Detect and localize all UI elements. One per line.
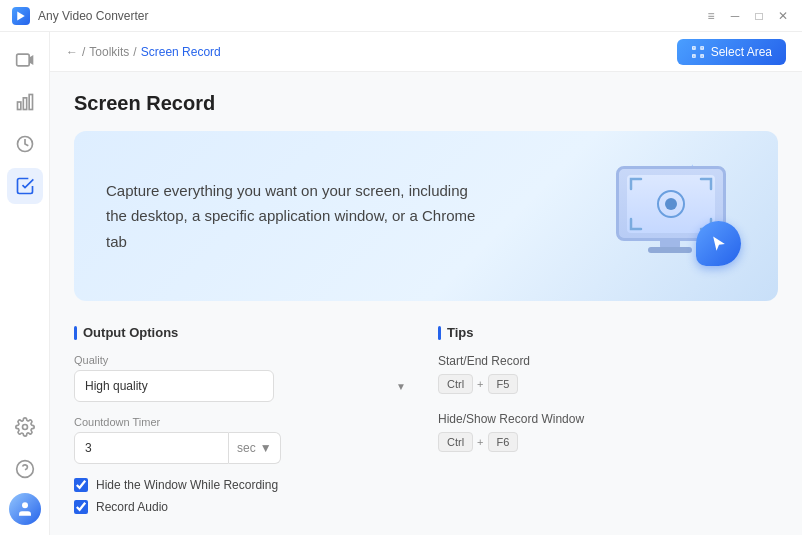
hero-banner: Capture everything you want on your scre… bbox=[74, 131, 778, 301]
breadcrumb-separator1: / bbox=[82, 45, 85, 59]
record-audio-label: Record Audio bbox=[96, 500, 168, 514]
monitor-screen bbox=[627, 175, 715, 233]
svg-rect-4 bbox=[23, 98, 26, 110]
timer-unit-label: sec bbox=[237, 441, 256, 455]
hero-illustration: ✦ ✦ bbox=[566, 161, 746, 271]
close-button[interactable]: ✕ bbox=[776, 9, 790, 23]
monitor-base bbox=[648, 247, 692, 253]
ctrl-key-1: Ctrl bbox=[438, 374, 473, 394]
title-bar: Any Video Converter ≡ ─ □ ✕ bbox=[0, 0, 802, 32]
hide-window-group: Hide the Window While Recording bbox=[74, 478, 414, 492]
quality-select-wrapper: High quality Medium quality Low quality … bbox=[74, 370, 414, 402]
breadcrumb: ← / Toolkits / Screen Record bbox=[66, 45, 221, 59]
back-button[interactable]: ← bbox=[66, 45, 78, 59]
title-bar-controls: ≡ ─ □ ✕ bbox=[704, 9, 790, 23]
svg-point-10 bbox=[22, 502, 28, 508]
output-options-title: Output Options bbox=[74, 325, 414, 340]
record-audio-group: Record Audio bbox=[74, 500, 414, 514]
svg-marker-11 bbox=[713, 236, 725, 250]
timer-wrapper: sec ▼ bbox=[74, 432, 414, 464]
page-title: Screen Record bbox=[74, 92, 778, 115]
avatar[interactable] bbox=[9, 493, 41, 525]
timer-group: Countdown Timer sec ▼ bbox=[74, 416, 414, 464]
shortcut-start-end-keys: Ctrl + F5 bbox=[438, 374, 778, 394]
shortcut-hide-show-keys: Ctrl + F6 bbox=[438, 432, 778, 452]
svg-point-7 bbox=[22, 425, 27, 430]
quality-group: Quality High quality Medium quality Low … bbox=[74, 354, 414, 402]
plus-sign-1: + bbox=[477, 378, 483, 390]
hide-window-checkbox[interactable] bbox=[74, 478, 88, 492]
app-title: Any Video Converter bbox=[38, 9, 149, 23]
breadcrumb-separator2: / bbox=[133, 45, 136, 59]
quality-label: Quality bbox=[74, 354, 414, 366]
tips-section: Tips Start/End Record Ctrl + F5 Hide/Sho… bbox=[438, 325, 778, 522]
shortcut-start-end-desc: Start/End Record bbox=[438, 354, 778, 368]
select-area-button[interactable]: Select Area bbox=[677, 39, 786, 65]
sidebar-item-toolkits[interactable] bbox=[7, 168, 43, 204]
top-nav: ← / Toolkits / Screen Record Select Area bbox=[50, 32, 802, 72]
plus-sign-2: + bbox=[477, 436, 483, 448]
sidebar-item-history[interactable] bbox=[7, 126, 43, 162]
options-grid: Output Options Quality High quality Medi… bbox=[74, 325, 778, 522]
breadcrumb-current: Screen Record bbox=[141, 45, 221, 59]
sidebar-item-video[interactable] bbox=[7, 42, 43, 78]
timer-unit-chevron: ▼ bbox=[260, 441, 272, 455]
title-bar-left: Any Video Converter bbox=[12, 7, 149, 25]
svg-rect-3 bbox=[17, 102, 20, 110]
timer-label: Countdown Timer bbox=[74, 416, 414, 428]
f5-key: F5 bbox=[488, 374, 519, 394]
minimize-button[interactable]: ─ bbox=[728, 9, 742, 23]
sidebar-item-help[interactable] bbox=[7, 451, 43, 487]
f6-key: F6 bbox=[488, 432, 519, 452]
app-icon bbox=[12, 7, 30, 25]
content-area: ← / Toolkits / Screen Record Select Area… bbox=[50, 32, 802, 535]
quality-select[interactable]: High quality Medium quality Low quality bbox=[74, 370, 274, 402]
select-area-label: Select Area bbox=[711, 45, 772, 59]
hero-description: Capture everything you want on your scre… bbox=[106, 178, 486, 255]
record-audio-checkbox[interactable] bbox=[74, 500, 88, 514]
breadcrumb-toolkits[interactable]: Toolkits bbox=[89, 45, 129, 59]
sidebar bbox=[0, 32, 50, 535]
maximize-button[interactable]: □ bbox=[752, 9, 766, 23]
shortcut-start-end: Start/End Record Ctrl + F5 bbox=[438, 354, 778, 394]
main-layout: ← / Toolkits / Screen Record Select Area… bbox=[0, 32, 802, 535]
shortcut-hide-show-desc: Hide/Show Record Window bbox=[438, 412, 778, 426]
sidebar-item-analytics[interactable] bbox=[7, 84, 43, 120]
shortcut-hide-show: Hide/Show Record Window Ctrl + F6 bbox=[438, 412, 778, 452]
output-options-section: Output Options Quality High quality Medi… bbox=[74, 325, 414, 522]
sidebar-item-settings[interactable] bbox=[7, 409, 43, 445]
svg-rect-1 bbox=[16, 54, 29, 66]
svg-marker-0 bbox=[17, 11, 25, 20]
cursor-arrow-icon bbox=[696, 221, 741, 266]
hide-window-label: Hide the Window While Recording bbox=[96, 478, 278, 492]
quality-chevron-icon: ▼ bbox=[396, 381, 406, 392]
timer-unit[interactable]: sec ▼ bbox=[229, 432, 281, 464]
tips-title: Tips bbox=[438, 325, 778, 340]
page-content: Screen Record Capture everything you wan… bbox=[50, 72, 802, 535]
menu-icon[interactable]: ≡ bbox=[704, 9, 718, 23]
timer-input[interactable] bbox=[74, 432, 229, 464]
ctrl-key-2: Ctrl bbox=[438, 432, 473, 452]
svg-rect-5 bbox=[29, 95, 32, 110]
sidebar-bottom bbox=[7, 409, 43, 525]
